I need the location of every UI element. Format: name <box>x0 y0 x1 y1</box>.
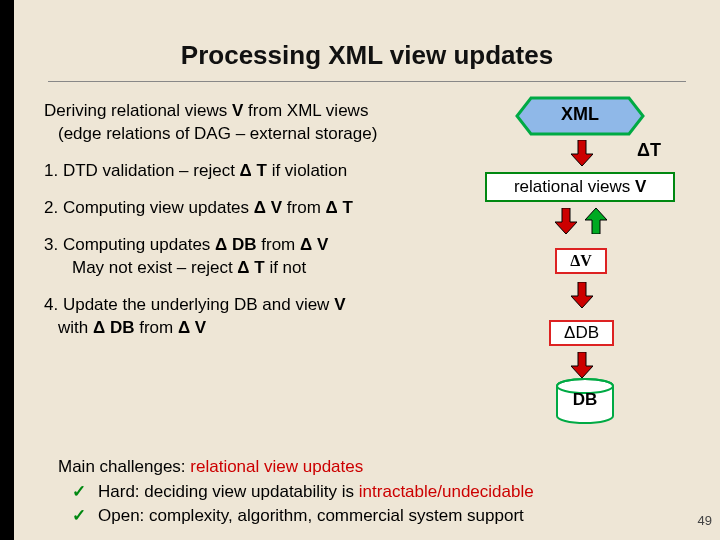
svg-marker-1 <box>571 140 593 166</box>
txt: relational views <box>514 177 635 196</box>
txt: 4. Update the underlying DB and view <box>44 295 334 314</box>
red-text: intractable/undecidable <box>359 482 534 501</box>
dv: Δ V <box>300 235 328 254</box>
txt: Hard: deciding view updatability is <box>98 482 359 501</box>
txt: from <box>257 235 300 254</box>
v-bold: V <box>334 295 345 314</box>
check-icon: ✓ <box>72 480 90 505</box>
bullet-2: ✓Open: complexity, algorithm, commercial… <box>58 504 688 529</box>
dt: Δ T <box>237 258 264 277</box>
txt: Deriving relational views <box>44 101 232 120</box>
svg-marker-5 <box>571 352 593 378</box>
delta-v-box: ΔV <box>555 248 607 274</box>
arrow-down-icon <box>571 140 593 166</box>
db-label: DB <box>555 390 615 410</box>
txt: Open: complexity, algorithm, commercial … <box>98 506 524 525</box>
step-1: 1. DTD validation – reject Δ T if violat… <box>44 160 455 183</box>
txt: Main challenges: <box>58 457 190 476</box>
challenges-intro: Main challenges: relational view updates <box>58 455 688 480</box>
relational-views-box: relational views V <box>485 172 675 202</box>
edge-relations: (edge relations of DAG – external storag… <box>44 124 377 143</box>
challenges-block: Main challenges: relational view updates… <box>58 455 688 529</box>
txt: 1. DTD validation – reject <box>44 161 240 180</box>
txt: from <box>134 318 177 337</box>
svg-marker-2 <box>555 208 577 234</box>
txt: with <box>44 318 93 337</box>
delta-db-box: ΔDB <box>549 320 614 346</box>
dt: Δ T <box>240 161 267 180</box>
step-4: 4. Update the underlying DB and view V w… <box>44 294 455 340</box>
step-2: 2. Computing view updates Δ V from Δ T <box>44 197 455 220</box>
deriving-line: Deriving relational views V from XML vie… <box>44 100 455 146</box>
xml-label: XML <box>515 104 645 125</box>
txt: May not exist – reject <box>44 258 237 277</box>
bullet-1: ✓Hard: deciding view updatability is int… <box>58 480 688 505</box>
v-bold: V <box>635 177 646 196</box>
divider <box>48 81 686 82</box>
slide-number: 49 <box>698 513 712 528</box>
arrow-down-icon <box>555 208 577 234</box>
arrow-up-icon <box>585 208 607 234</box>
right-column: XML ΔT relational views V ΔV ΔDB <box>455 100 690 354</box>
red-text: relational view updates <box>190 457 363 476</box>
ddb: Δ DB <box>93 318 135 337</box>
txt: if not <box>265 258 307 277</box>
arrow-down-icon <box>571 282 593 308</box>
left-column: Deriving relational views V from XML vie… <box>44 100 455 354</box>
delta-t-label: ΔT <box>637 140 661 161</box>
txt: from XML views <box>243 101 368 120</box>
slide-title: Processing XML view updates <box>44 40 690 71</box>
svg-marker-4 <box>571 282 593 308</box>
txt: 3. Computing updates <box>44 235 215 254</box>
dv: Δ V <box>178 318 206 337</box>
txt: 2. Computing view updates <box>44 198 254 217</box>
dv: Δ V <box>254 198 282 217</box>
ddb: Δ DB <box>215 235 257 254</box>
content-row: Deriving relational views V from XML vie… <box>44 100 690 354</box>
svg-marker-3 <box>585 208 607 234</box>
txt: from <box>282 198 325 217</box>
step-3: 3. Computing updates Δ DB from Δ V May n… <box>44 234 455 280</box>
txt: if violation <box>267 161 347 180</box>
v-bold: V <box>232 101 243 120</box>
arrow-down-icon <box>571 352 593 378</box>
dt: Δ T <box>326 198 353 217</box>
check-icon: ✓ <box>72 504 90 529</box>
